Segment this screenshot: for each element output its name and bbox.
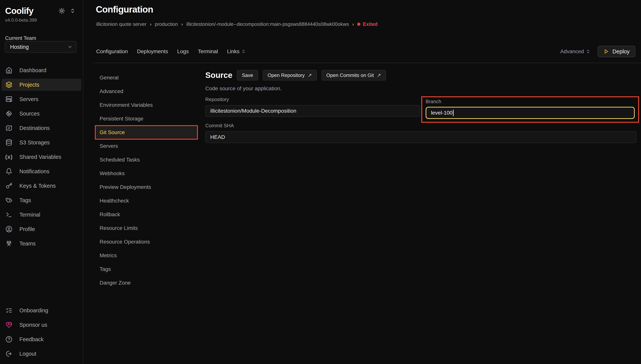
subnav-item-scheduled-tasks[interactable]: Scheduled Tasks: [96, 154, 197, 166]
tab-logs[interactable]: Logs: [177, 48, 189, 54]
sidebar-item-label: Onboarding: [20, 308, 48, 314]
text-cursor: [453, 110, 454, 116]
open-repository-button[interactable]: Open Repository ↗: [263, 70, 317, 80]
breadcrumb-project[interactable]: illicitonion quote server: [96, 21, 146, 27]
subnav-item-tags[interactable]: Tags: [96, 263, 197, 275]
repository-label: Repository: [205, 96, 420, 102]
help-circle-icon: [6, 336, 12, 343]
team-select[interactable]: Hosting: [5, 41, 77, 53]
sidebar-item-sources[interactable]: Sources: [2, 108, 81, 120]
commit-sha-label: Commit SHA: [205, 123, 636, 128]
sidebar-item-label: S3 Storages: [20, 140, 50, 146]
external-link-icon: ↗: [377, 72, 381, 78]
sidebar-item-label: Teams: [20, 240, 36, 247]
server-icon: [6, 96, 12, 102]
sidebar-item-label: Profile: [20, 226, 35, 232]
tab-terminal[interactable]: Terminal: [198, 48, 218, 54]
subnav-item-general[interactable]: General: [96, 72, 197, 84]
sidebar-item-label: Projects: [20, 82, 39, 88]
chevrons-up-down-icon: [586, 49, 590, 54]
subnav-item-environment-variables[interactable]: Environment Variables: [96, 99, 197, 111]
sidebar-item-terminal[interactable]: Terminal: [2, 208, 81, 221]
sidebar-item-dashboard[interactable]: Dashboard: [2, 64, 81, 76]
database-icon: [6, 139, 12, 146]
play-icon: [603, 49, 609, 54]
home-icon: [6, 67, 12, 74]
subnav-item-resource-operations[interactable]: Resource Operations: [96, 236, 197, 248]
variable-icon: (x): [5, 154, 13, 160]
commit-sha-field-group: Commit SHA: [205, 123, 636, 143]
subnav-item-preview-deployments[interactable]: Preview Deployments: [96, 181, 197, 193]
sidebar-item-label: Destinations: [20, 125, 50, 131]
branch-field-group: Branch level-100: [426, 98, 635, 119]
sidebar-item-shared-variables[interactable]: (x) Shared Variables: [2, 151, 81, 163]
header-divider: [93, 63, 641, 63]
chevrons-up-down-icon: [241, 50, 246, 54]
chevrons-up-down-icon[interactable]: [70, 8, 75, 14]
sidebar-item-label: Feedback: [20, 336, 44, 342]
repository-field-group: Repository: [205, 96, 420, 117]
advanced-menu[interactable]: Advanced: [560, 48, 590, 54]
source-section-title: Source: [205, 71, 232, 80]
source-panel: Source Save Open Repository ↗ Open Commi…: [205, 70, 636, 92]
sidebar-item-label: Terminal: [20, 212, 40, 218]
sidebar-item-notifications[interactable]: Notifications: [2, 165, 81, 178]
sidebar-item-profile[interactable]: Profile: [2, 223, 81, 235]
subnav-item-git-source[interactable]: Git Source: [96, 126, 197, 138]
subnav-item-healthcheck[interactable]: Healthcheck: [96, 195, 197, 207]
subnav-item-resource-limits[interactable]: Resource Limits: [96, 222, 197, 234]
sidebar-item-teams[interactable]: Teams: [2, 238, 81, 250]
sidebar-item-label: Sources: [20, 110, 40, 117]
sidebar-item-onboarding[interactable]: Onboarding: [2, 304, 81, 316]
sidebar-item-projects[interactable]: Projects: [2, 79, 81, 91]
sidebar-item-servers[interactable]: Servers: [2, 93, 81, 105]
page-title: Configuration: [96, 4, 153, 15]
sidebar-item-destinations[interactable]: Destinations: [2, 122, 81, 134]
sidebar-item-s3-storages[interactable]: S3 Storages: [2, 136, 81, 148]
user-circle-icon: [6, 226, 12, 232]
current-team-label: Current Team: [0, 23, 83, 41]
key-icon: [6, 182, 12, 189]
sidebar-item-logout[interactable]: Logout: [2, 348, 81, 360]
tab-deployments[interactable]: Deployments: [137, 48, 168, 54]
map-icon: [6, 125, 12, 132]
subnav-item-danger-zone[interactable]: Danger Zone: [96, 277, 197, 289]
subnav-item-advanced[interactable]: Advanced: [96, 86, 197, 97]
breadcrumb: illicitonion quote server › production ›…: [96, 21, 378, 27]
git-source-icon: [6, 110, 12, 117]
subnav-item-webhooks[interactable]: Webhooks: [96, 168, 197, 179]
sidebar-item-feedback[interactable]: Feedback: [2, 333, 81, 346]
theme-sun-icon[interactable]: [59, 8, 65, 14]
subnav-item-persistent-storage[interactable]: Persistent Storage: [96, 113, 197, 125]
breadcrumb-resource[interactable]: illicitestonion/-module--decomposition:m…: [186, 21, 349, 27]
tab-configuration[interactable]: Configuration: [96, 48, 128, 54]
branch-annotation-box: Branch level-100: [421, 96, 639, 123]
sidebar-item-label: Notifications: [20, 168, 50, 174]
branch-label: Branch: [426, 98, 635, 104]
commit-sha-input[interactable]: [205, 131, 636, 143]
tab-links[interactable]: Links: [227, 48, 246, 54]
sidebar-item-label: Dashboard: [20, 67, 46, 74]
save-button[interactable]: Save: [237, 70, 258, 80]
heart-handshake-icon: [6, 322, 12, 328]
sidebar-item-sponsor-us[interactable]: Sponsor us: [2, 319, 81, 331]
status-text: Exited: [363, 21, 378, 27]
sidebar-item-label: Tags: [20, 197, 31, 204]
chevron-down-icon: [68, 44, 73, 50]
branch-input[interactable]: level-100: [426, 107, 635, 119]
open-commits-button[interactable]: Open Commits on Git ↗: [321, 70, 386, 80]
breadcrumb-environment[interactable]: production: [155, 21, 178, 27]
subnav-item-servers[interactable]: Servers: [96, 140, 197, 152]
sidebar-item-label: Shared Variables: [20, 154, 61, 160]
subnav-item-rollback[interactable]: Rollback: [96, 208, 197, 220]
chevron-right-icon: ›: [352, 22, 354, 27]
sidebar-item-keys-tokens[interactable]: Keys & Tokens: [2, 180, 81, 192]
settings-subnav: General Advanced Environment Variables P…: [96, 72, 197, 291]
subnav-item-metrics[interactable]: Metrics: [96, 250, 197, 262]
sidebar-item-tags[interactable]: Tags: [2, 194, 81, 206]
deploy-button[interactable]: Deploy: [598, 46, 635, 57]
repository-input[interactable]: [205, 105, 420, 117]
app-version: v4.0.0-beta.399: [0, 16, 83, 23]
list-checks-icon: [6, 307, 12, 314]
sidebar-item-label: Servers: [20, 96, 39, 102]
